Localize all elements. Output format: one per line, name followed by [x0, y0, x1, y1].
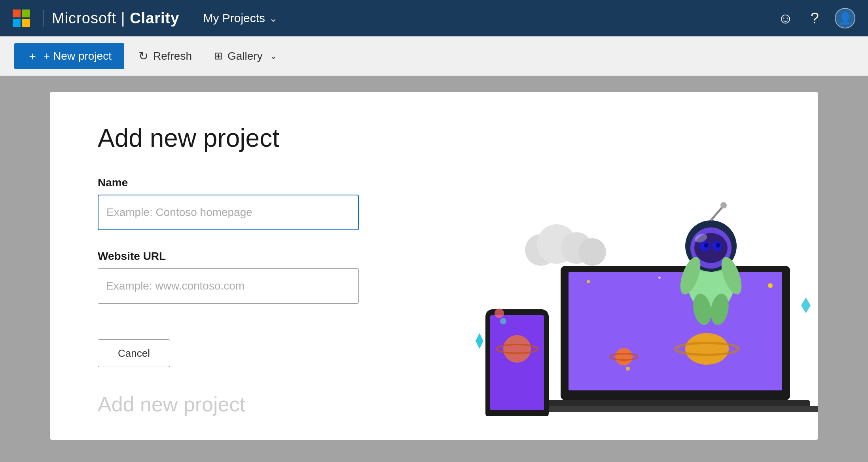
- cancel-button[interactable]: Cancel: [98, 339, 170, 367]
- svg-point-25: [704, 243, 709, 248]
- name-input[interactable]: [98, 195, 359, 230]
- svg-point-3: [587, 280, 590, 283]
- svg-point-4: [768, 283, 773, 288]
- svg-point-10: [615, 348, 633, 365]
- new-project-button[interactable]: ＋ + New project: [14, 43, 124, 69]
- name-field-group: Name: [98, 176, 375, 230]
- projects-chevron-icon: ⌄: [269, 12, 278, 25]
- svg-point-5: [658, 276, 661, 279]
- nav-left: Microsoft | Clarity My Projects ⌄: [13, 9, 278, 27]
- help-button[interactable]: ?: [809, 9, 821, 27]
- product-name: Clarity: [130, 10, 179, 27]
- svg-rect-13: [521, 406, 818, 412]
- brand-text: Microsoft | Clarity: [44, 10, 179, 27]
- new-project-label: + New project: [44, 50, 112, 62]
- svg-point-37: [578, 238, 606, 266]
- svg-marker-38: [476, 333, 483, 349]
- svg-point-16: [503, 335, 531, 363]
- refresh-icon: ↻: [138, 49, 148, 63]
- help-icon: ?: [811, 10, 819, 27]
- main-content: Add new project Name Website URL Cancel: [0, 76, 868, 462]
- illustration-svg: [462, 179, 818, 416]
- refresh-label: Refresh: [153, 50, 192, 62]
- dialog-body: Name Website URL Cancel: [98, 176, 778, 392]
- microsoft-text: Microsoft: [52, 10, 116, 27]
- gallery-chevron-icon: ⌄: [270, 51, 277, 61]
- ms-sq-red: [13, 9, 21, 17]
- toolbar: ＋ + New project ↻ Refresh ⊞ Gallery ⌄: [0, 36, 868, 76]
- dialog-actions: Cancel: [98, 339, 375, 367]
- gallery-icon: ⊞: [214, 50, 223, 62]
- projects-menu[interactable]: My Projects ⌄: [203, 11, 278, 25]
- nav-right: ☺ ? 👤: [776, 8, 855, 28]
- top-navbar: Microsoft | Clarity My Projects ⌄ ☺ ? 👤: [0, 0, 868, 36]
- svg-rect-2: [569, 272, 782, 390]
- svg-line-28: [711, 206, 723, 220]
- gallery-label: Gallery: [227, 50, 263, 62]
- dialog-illustration: [390, 176, 778, 392]
- microsoft-logo: Microsoft | Clarity: [13, 9, 179, 27]
- avatar-icon: 👤: [838, 12, 852, 25]
- brand-separator: |: [121, 10, 130, 27]
- svg-point-40: [495, 309, 504, 318]
- dialog-title: Add new project: [98, 123, 778, 153]
- dialog-form: Name Website URL Cancel: [98, 176, 375, 392]
- gallery-button[interactable]: ⊞ Gallery ⌄: [206, 46, 285, 66]
- ms-sq-yellow: [22, 19, 30, 27]
- new-project-plus-icon: ＋: [27, 49, 38, 64]
- svg-point-41: [500, 318, 506, 324]
- ms-sq-green: [22, 9, 30, 17]
- dialog-overlay: Add new project Name Website URL Cancel: [0, 76, 868, 462]
- svg-point-26: [716, 243, 720, 248]
- add-project-dialog: Add new project Name Website URL Cancel: [50, 92, 818, 440]
- svg-point-7: [626, 367, 630, 371]
- url-label: Website URL: [98, 250, 375, 263]
- url-input[interactable]: [98, 268, 359, 304]
- ms-squares-icon: [13, 9, 30, 27]
- name-label: Name: [98, 176, 375, 189]
- svg-point-29: [720, 202, 727, 208]
- ms-sq-blue: [13, 19, 21, 27]
- svg-point-8: [685, 333, 729, 365]
- svg-marker-39: [801, 297, 811, 313]
- smile-button[interactable]: ☺: [776, 9, 795, 27]
- cancel-label: Cancel: [118, 347, 150, 359]
- url-field-group: Website URL: [98, 250, 375, 304]
- avatar[interactable]: 👤: [835, 8, 855, 28]
- projects-label: My Projects: [203, 11, 265, 25]
- smile-icon: ☺: [778, 10, 793, 27]
- refresh-button[interactable]: ↻ Refresh: [131, 45, 200, 67]
